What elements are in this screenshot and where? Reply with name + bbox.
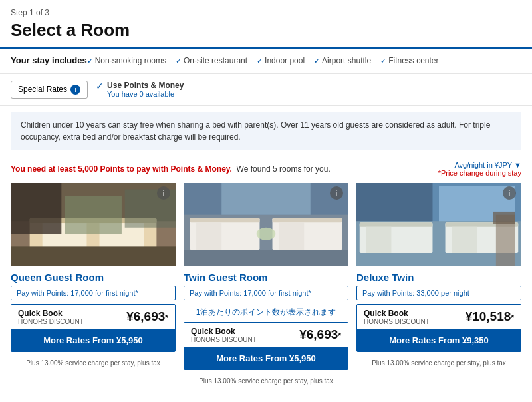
room-card-2: i Twin Guest Room Pay with Points: 17,00… bbox=[180, 181, 352, 391]
price-3: ¥10,518* bbox=[466, 309, 514, 324]
price-2: ¥6,693* bbox=[299, 327, 341, 342]
room-name-3[interactable]: Deluxe Twin bbox=[356, 268, 521, 286]
price-note: Avg/night in ¥JPY ▼ *Price change during… bbox=[438, 161, 521, 177]
page-title: Select a Room bbox=[11, 20, 521, 41]
svg-rect-9 bbox=[11, 246, 176, 266]
amenity-label-3: Indoor pool bbox=[265, 56, 305, 65]
room-image-3[interactable]: i bbox=[356, 181, 521, 268]
service-charge-1: Plus 13.00% service charge per stay, plu… bbox=[11, 356, 176, 367]
room-svg-1 bbox=[11, 181, 176, 268]
svg-rect-18 bbox=[279, 222, 304, 250]
more-rates-button-2[interactable]: More Rates From ¥5,950 bbox=[184, 347, 348, 369]
stay-includes-label: Your stay includes bbox=[11, 55, 87, 67]
svg-rect-15 bbox=[190, 218, 260, 222]
svg-rect-32 bbox=[493, 212, 515, 224]
special-rates-button[interactable]: Special Rates i bbox=[11, 81, 88, 99]
quick-book-label-1: Quick Book HONORS DISCOUNT bbox=[18, 309, 84, 325]
check-icon-2: ✓ bbox=[176, 57, 182, 65]
avg-label: Avg/night in ¥JPY ▼ bbox=[438, 161, 521, 169]
amenity-pool: ✓ Indoor pool bbox=[257, 56, 305, 65]
quick-book-label-2: Quick Book HONORS DISCOUNT bbox=[191, 327, 257, 343]
check-icon-5: ✓ bbox=[380, 57, 386, 65]
amenity-label-4: Airport shuttle bbox=[322, 56, 371, 65]
service-charge-3: Plus 13.00% service charge per stay, plu… bbox=[356, 356, 521, 367]
book-section-1: Quick Book HONORS DISCOUNT ¥6,693* More … bbox=[11, 304, 176, 352]
japanese-note: 1泊あたりのポイント数が表示されます bbox=[184, 304, 348, 322]
room-image-1[interactable]: i bbox=[11, 181, 176, 268]
quick-book-row-2: Quick Book HONORS DISCOUNT ¥6,693* bbox=[184, 323, 348, 347]
price-1: ¥6,693* bbox=[126, 309, 168, 324]
room-info-icon-2[interactable]: i bbox=[330, 186, 343, 200]
quick-book-text-3: Quick Book bbox=[364, 309, 430, 318]
room-image-2[interactable]: i bbox=[184, 181, 348, 268]
amenity-restaurant: ✓ On-site restaurant bbox=[176, 56, 247, 65]
amenity-shuttle: ✓ Airport shuttle bbox=[314, 56, 371, 65]
stay-includes-bar: Your stay includes ✓ Non-smoking rooms ✓… bbox=[0, 49, 532, 74]
quick-book-row-1: Quick Book HONORS DISCOUNT ¥6,693* bbox=[11, 305, 175, 329]
results-message: You need at least 5,000 Points to pay wi… bbox=[11, 164, 331, 174]
svg-rect-6 bbox=[11, 183, 61, 234]
results-bar: You need at least 5,000 Points to pay wi… bbox=[0, 156, 532, 181]
amenity-nonsmoking: ✓ Non-smoking rooms bbox=[87, 56, 166, 65]
special-rates-info-icon[interactable]: i bbox=[70, 85, 80, 95]
room-svg-3 bbox=[356, 181, 521, 268]
rooms-grid: i Queen Guest Room Pay with Points: 17,0… bbox=[0, 181, 532, 391]
svg-rect-27 bbox=[360, 222, 433, 227]
points-money-check-icon: ✓ bbox=[96, 81, 104, 91]
divider-1 bbox=[11, 106, 521, 106]
svg-rect-17 bbox=[196, 222, 221, 250]
amenity-label-5: Fitness center bbox=[388, 56, 438, 65]
honors-discount-1: HONORS DISCOUNT bbox=[18, 318, 84, 325]
points-available: You have 0 available bbox=[107, 90, 184, 98]
points-money-inner: Use Points & Money You have 0 available bbox=[107, 81, 184, 98]
info-message: Children under 10 years can stay free wh… bbox=[11, 112, 521, 150]
step-label: Step 1 of 3 bbox=[11, 8, 521, 17]
quick-book-text-2: Quick Book bbox=[191, 327, 257, 336]
chevron-down-icon[interactable]: ▼ bbox=[514, 161, 521, 169]
special-rates-label: Special Rates bbox=[18, 85, 67, 94]
check-icon-4: ✓ bbox=[314, 57, 320, 65]
amenity-label-2: On-site restaurant bbox=[184, 56, 247, 65]
rate-options-bar: Special Rates i ✓ Use Points & Money You… bbox=[0, 74, 532, 106]
quick-book-row-3: Quick Book HONORS DISCOUNT ¥10,518* bbox=[357, 305, 521, 329]
amenity-fitness: ✓ Fitness center bbox=[380, 56, 438, 65]
svg-rect-7 bbox=[65, 196, 122, 234]
page-header: Step 1 of 3 Select a Room bbox=[0, 0, 532, 49]
room-card-3: i Deluxe Twin Pay with Points: 33,000 pe… bbox=[352, 181, 525, 391]
svg-rect-20 bbox=[184, 250, 348, 266]
room-name-1[interactable]: Queen Guest Room bbox=[11, 268, 176, 286]
room-info-icon-3[interactable]: i bbox=[503, 186, 516, 200]
amenities-list: ✓ Non-smoking rooms ✓ On-site restaurant… bbox=[87, 56, 439, 65]
points-warning: You need at least 5,000 Points to pay wi… bbox=[11, 164, 232, 174]
more-rates-button-3[interactable]: More Rates From ¥9,350 bbox=[357, 329, 521, 351]
check-icon-1: ✓ bbox=[87, 57, 93, 65]
honors-discount-3: HONORS DISCOUNT bbox=[364, 318, 430, 325]
svg-rect-29 bbox=[366, 227, 391, 253]
points-money-option: ✓ Use Points & Money You have 0 availabl… bbox=[96, 81, 184, 98]
room-name-2[interactable]: Twin Guest Room bbox=[184, 268, 348, 286]
more-rates-button-1[interactable]: More Rates From ¥5,950 bbox=[11, 329, 175, 351]
book-section-3: Quick Book HONORS DISCOUNT ¥10,518* More… bbox=[356, 304, 521, 352]
honors-discount-2: HONORS DISCOUNT bbox=[191, 336, 257, 343]
svg-point-19 bbox=[257, 228, 276, 240]
quick-book-text-1: Quick Book bbox=[18, 309, 84, 318]
points-money-label: Use Points & Money bbox=[107, 81, 184, 90]
book-section-2: Quick Book HONORS DISCOUNT ¥6,693* More … bbox=[184, 322, 348, 370]
room-points-strip-3: Pay with Points: 33,000 per night bbox=[356, 286, 521, 300]
svg-rect-30 bbox=[452, 227, 477, 253]
room-points-strip-2: Pay with Points: 17,000 for first night* bbox=[184, 286, 348, 300]
price-change-note: *Price change during stay bbox=[438, 169, 521, 177]
amenity-label-1: Non-smoking rooms bbox=[95, 56, 166, 65]
service-charge-2: Plus 13.00% service charge per stay, plu… bbox=[184, 374, 348, 385]
room-card-1: i Queen Guest Room Pay with Points: 17,0… bbox=[7, 181, 180, 391]
room-svg-2 bbox=[184, 181, 348, 268]
room-points-strip-1: Pay with Points: 17,000 for first night* bbox=[11, 286, 176, 300]
svg-rect-12 bbox=[221, 183, 311, 215]
svg-rect-16 bbox=[273, 218, 342, 222]
room-info-icon-1[interactable]: i bbox=[157, 186, 170, 200]
check-icon-3: ✓ bbox=[257, 57, 263, 65]
quick-book-label-3: Quick Book HONORS DISCOUNT bbox=[364, 309, 430, 325]
